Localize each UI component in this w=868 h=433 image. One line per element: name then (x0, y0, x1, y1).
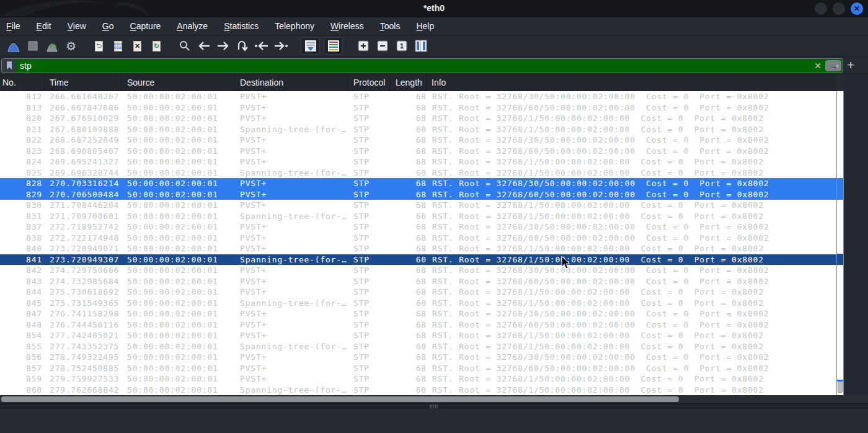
packet-row-847[interactable]: 847276.74115829850:00:00:02:00:01PVST+ST… (0, 308, 836, 319)
packet-row-823[interactable]: 823268.69080546750:00:00:02:00:01PVST+ST… (0, 146, 836, 157)
packet-row-812[interactable]: 812266.66164826750:00:00:02:00:01PVST+ST… (0, 91, 836, 102)
minimap-focused-mark (837, 254, 843, 265)
packet-row-820[interactable]: 820267.67691002950:00:00:02:00:01PVST+ST… (0, 113, 836, 124)
packet-row-855[interactable]: 855277.74335237550:00:00:02:00:01Spannin… (0, 341, 836, 352)
packet-row-828[interactable]: 828270.70331621450:00:00:02:00:01PVST+ST… (0, 178, 836, 189)
packet-row-837[interactable]: 837272.71895274250:00:00:02:00:01PVST+ST… (0, 221, 836, 233)
cell-no: 857 (0, 363, 45, 374)
cell-time: 277.742405021 (45, 330, 122, 341)
menu-wireless[interactable]: Wireless (330, 21, 364, 31)
menu-view[interactable]: View (68, 21, 86, 31)
packet-row-821[interactable]: 821267.68010988850:00:00:02:00:01Spannin… (0, 124, 836, 135)
column-header-source[interactable]: Source (122, 74, 235, 91)
packet-row-825[interactable]: 825269.69632874450:00:00:02:00:01Spannin… (0, 167, 836, 179)
zoom-original-icon[interactable]: 1 (392, 37, 411, 55)
colorize-packets-icon[interactable] (324, 37, 343, 55)
go-forward-icon[interactable] (213, 37, 232, 55)
cell-src: 50:00:00:02:00:01 (122, 330, 235, 341)
cell-proto: STP (348, 200, 391, 211)
horizontal-scrollbar-thumb[interactable] (1, 396, 679, 402)
stop-capture-icon[interactable] (23, 37, 42, 55)
zoom-in-icon[interactable] (353, 37, 373, 55)
go-back-icon[interactable] (194, 37, 213, 55)
cell-time: 278.752450885 (45, 363, 122, 374)
cell-info: RST. Root = 32768/1/50:00:00:02:00:00 Co… (427, 113, 836, 124)
resize-columns-icon[interactable] (411, 37, 430, 55)
packet-row-859[interactable]: 859279.75992753350:00:00:02:00:01PVST+ST… (0, 373, 836, 385)
pane-splitter[interactable]: ||||| (0, 403, 868, 408)
menu-telephony[interactable]: Telephony (275, 21, 314, 31)
filter-dropdown-caret[interactable]: ▼ (835, 63, 840, 69)
menu-file[interactable]: File (6, 21, 20, 31)
cell-info: RST. Root = 32768/1/50:00:00:02:00:00 Co… (427, 385, 836, 396)
cell-time: 277.743352375 (45, 341, 122, 352)
column-header-length[interactable]: Length (391, 74, 427, 91)
packet-row-856[interactable]: 856278.74932249550:00:00:02:00:01PVST+ST… (0, 352, 836, 363)
cell-src: 50:00:00:02:00:01 (122, 254, 235, 266)
packet-row-848[interactable]: 848276.74445611650:00:00:02:00:01PVST+ST… (0, 319, 836, 331)
cell-src: 50:00:00:02:00:01 (122, 341, 235, 352)
cell-time: 273.720949071 (45, 243, 122, 254)
zoom-out-icon[interactable] (373, 37, 392, 55)
filter-bookmark-button[interactable] (2, 59, 16, 73)
packet-row-844[interactable]: 844275.73061869250:00:00:02:00:01PVST+ST… (0, 287, 836, 298)
packet-row-860[interactable]: 860279.76266884250:00:00:02:00:01Spannin… (0, 385, 836, 396)
cell-no: 823 (0, 146, 45, 157)
cell-dst: PVST+ (235, 363, 348, 374)
packet-row-842[interactable]: 842274.72975066650:00:00:02:00:01PVST+ST… (0, 265, 836, 276)
menu-capture[interactable]: Capture (130, 21, 161, 31)
packet-row-845[interactable]: 845275.73154936550:00:00:02:00:01Spannin… (0, 298, 836, 309)
column-header-time[interactable]: Time (45, 74, 122, 91)
display-filter-field[interactable]: stp ✕ → (1, 58, 843, 73)
column-header-protocol[interactable]: Protocol (348, 74, 391, 91)
column-header-info[interactable]: Info (427, 74, 836, 91)
cell-proto: STP (348, 319, 391, 331)
go-last-packet-icon[interactable] (271, 37, 290, 55)
go-first-packet-icon[interactable] (252, 37, 271, 55)
add-filter-button[interactable]: + (847, 58, 854, 73)
capture-options-icon[interactable]: ⚙ (61, 37, 81, 55)
horizontal-scrollbar[interactable] (0, 395, 868, 403)
clear-filter-icon[interactable]: ✕ (814, 61, 822, 71)
packet-row-822[interactable]: 822268.68725204950:00:00:02:00:01PVST+ST… (0, 135, 836, 146)
cell-src: 50:00:00:02:00:01 (122, 135, 235, 146)
menu-edit[interactable]: Edit (37, 21, 51, 31)
cell-no: 825 (0, 167, 45, 179)
menu-tools[interactable]: Tools (380, 21, 401, 31)
go-to-packet-icon[interactable] (232, 37, 252, 55)
close-button[interactable]: ✕ (851, 2, 863, 15)
find-packet-icon[interactable] (175, 37, 194, 55)
cell-len: 68 (391, 330, 427, 341)
column-header-no[interactable]: No. (0, 74, 45, 91)
packet-row-843[interactable]: 843274.73298568450:00:00:02:00:01PVST+ST… (0, 276, 836, 287)
display-filter-input[interactable]: stp (16, 61, 814, 71)
packet-row-841[interactable]: 841273.72094930750:00:00:02:00:01Spannin… (0, 254, 836, 266)
start-capture-icon[interactable] (4, 37, 23, 55)
packet-list-header: No.TimeSourceDestinationProtocolLengthIn… (0, 74, 836, 91)
save-file-icon[interactable]: 01010110 (108, 37, 128, 55)
menu-analyze[interactable]: Analyze (177, 21, 208, 31)
reload-file-icon[interactable]: ↻ (147, 37, 166, 55)
open-file-icon[interactable]: ⮌ (89, 37, 108, 55)
menu-statistics[interactable]: Statistics (224, 21, 259, 31)
packet-row-830[interactable]: 830271.70844620450:00:00:02:00:01PVST+ST… (0, 200, 836, 211)
close-file-icon[interactable]: ✕ (128, 37, 147, 55)
packet-row-831[interactable]: 831271.70970060150:00:00:02:00:01Spannin… (0, 211, 836, 222)
packet-row-824[interactable]: 824269.69524132750:00:00:02:00:01PVST+ST… (0, 156, 836, 167)
maximize-button[interactable] (833, 2, 845, 15)
menu-go[interactable]: Go (102, 21, 114, 31)
minimize-button[interactable] (815, 2, 827, 15)
packet-row-829[interactable]: 829270.70650048450:00:00:02:00:01PVST+ST… (0, 189, 836, 200)
packet-row-840[interactable]: 840273.72094907150:00:00:02:00:01PVST+ST… (0, 243, 836, 254)
menu-help[interactable]: Help (416, 21, 434, 31)
restart-capture-icon[interactable] (42, 37, 61, 55)
vertical-scrollbar-minimap[interactable] (836, 91, 844, 395)
cell-info: RST. Root = 32768/1/50:00:00:02:00:00 Co… (427, 330, 836, 341)
packet-row-813[interactable]: 813266.66784708650:00:00:02:00:01PVST+ST… (0, 102, 836, 114)
vertical-scrollbar-thumb[interactable] (838, 382, 843, 393)
column-header-destination[interactable]: Destination (235, 74, 348, 91)
packet-row-854[interactable]: 854277.74240502150:00:00:02:00:01PVST+ST… (0, 330, 836, 341)
auto-scroll-icon[interactable] (301, 37, 320, 55)
packet-row-838[interactable]: 838272.72217494850:00:00:02:00:01PVST+ST… (0, 233, 836, 244)
packet-row-857[interactable]: 857278.75245088550:00:00:02:00:01PVST+ST… (0, 363, 836, 374)
